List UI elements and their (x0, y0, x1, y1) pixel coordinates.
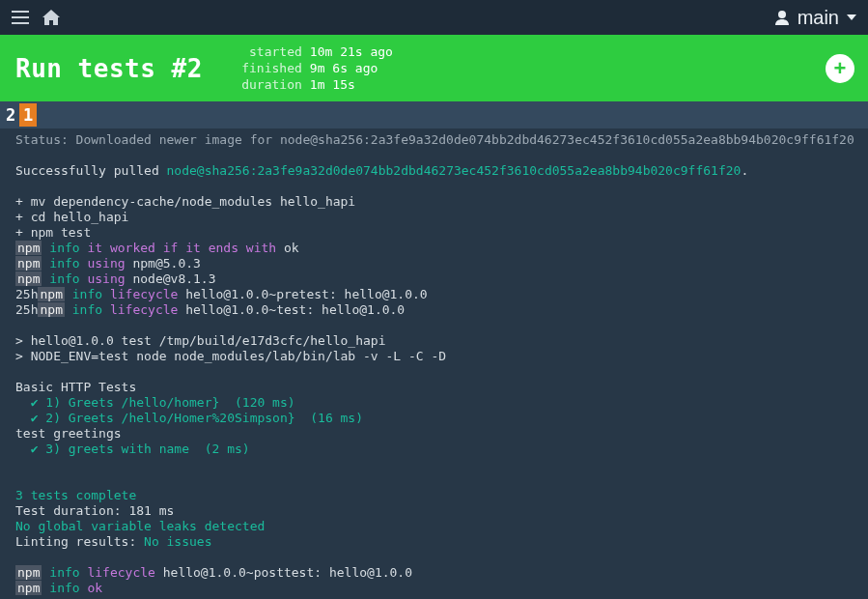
log-line: npm info ok (15, 581, 102, 595)
build-log[interactable]: Status: Downloaded newer image for node@… (0, 128, 868, 599)
meta-started-value: 10m 21s ago (310, 44, 393, 59)
log-line: Test duration: 181 ms (15, 503, 174, 518)
log-line: npm info it worked if it ends with ok (15, 241, 299, 255)
log-line: 3 tests complete (15, 488, 136, 502)
build-title: Run tests #2 (15, 54, 203, 83)
log-line: + npm test (15, 225, 91, 240)
meta-finished-label: finished (241, 61, 302, 75)
log-line: Status: Downloaded newer image for node@… (15, 132, 854, 147)
tab-step-2[interactable]: 2 (2, 103, 19, 127)
log-line: 25hnpm info lifecycle hello@1.0.0~pretes… (15, 287, 428, 301)
build-banner: Run tests #2 started 10m 21s ago finishe… (0, 35, 868, 101)
svg-point-0 (778, 11, 786, 18)
log-line: Successfully pulled node@sha256:2a3fe9a3… (15, 163, 748, 178)
tab-step-1[interactable]: 1 (19, 103, 37, 127)
log-line: > hello@1.0.0 test /tmp/build/e17d3cfc/h… (15, 333, 386, 348)
log-line: + cd hello_hapi (15, 210, 128, 224)
log-line: ✔ 2) Greets /hello/Homer%20Simpson} (16 … (15, 411, 363, 425)
topbar-left (12, 10, 60, 25)
log-line: npm info using node@v8.1.3 (15, 271, 216, 286)
log-line: Linting results: No issues (15, 534, 212, 549)
log-line: npm info lifecycle hello@1.0.0~posttest:… (15, 565, 412, 580)
user-label: main (798, 7, 839, 29)
user-menu[interactable]: main (774, 7, 856, 29)
log-line: + mv dependency-cache/node_modules hello… (15, 194, 355, 209)
plus-icon: + (834, 56, 847, 81)
log-line: ✔ 1) Greets /hello/homer} (120 ms) (15, 395, 295, 410)
log-line: > NODE_ENV=test node node_modules/lab/bi… (15, 349, 446, 363)
log-line: No global variable leaks detected (15, 519, 265, 533)
new-build-button[interactable]: + (826, 54, 854, 83)
step-tabs: 2 1 (0, 101, 868, 128)
caret-down-icon (847, 14, 856, 20)
log-line: 25hnpm info lifecycle hello@1.0.0~test: … (15, 302, 405, 317)
log-line: npm info using npm@5.0.3 (15, 256, 201, 271)
log-line: ✔ 3) greets with name (2 ms) (15, 442, 250, 456)
image-digest-link[interactable]: node@sha256:2a3fe9a32d0de074bb2dbd46273e… (167, 163, 742, 178)
build-meta: started 10m 21s ago finished 9m 6s ago d… (241, 44, 393, 92)
meta-started-label: started (241, 44, 302, 59)
home-icon[interactable] (42, 10, 60, 25)
log-line: test greetings (15, 426, 122, 441)
meta-duration-value: 1m 15s (310, 77, 355, 92)
meta-duration-label: duration (241, 77, 302, 92)
meta-finished-value: 9m 6s ago (310, 61, 378, 75)
log-line: Basic HTTP Tests (15, 380, 136, 394)
menu-icon[interactable] (12, 11, 29, 24)
user-icon (774, 10, 790, 25)
top-bar: main (0, 0, 868, 35)
